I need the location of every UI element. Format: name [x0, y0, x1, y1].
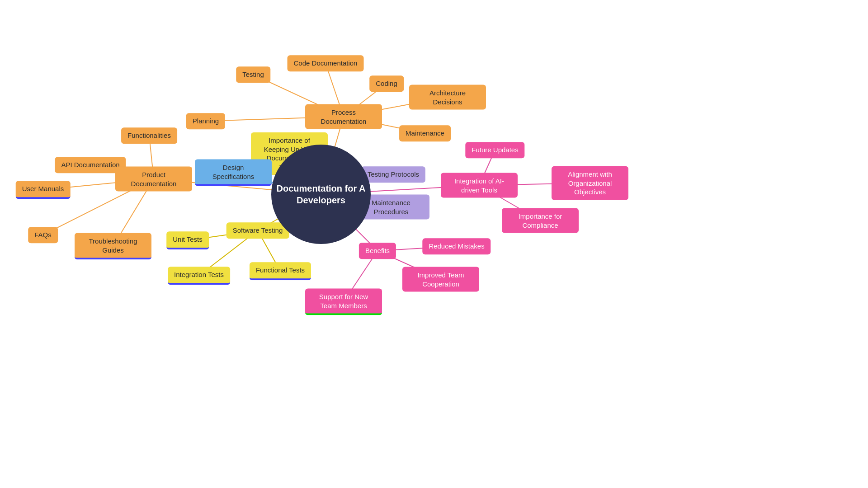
- node-faqs[interactable]: FAQs: [28, 227, 58, 243]
- node-alignment-org[interactable]: Alignment with Organizational Objectives: [552, 166, 628, 200]
- node-software-testing[interactable]: Software Testing: [226, 222, 289, 239]
- node-unit-tests[interactable]: Unit Tests: [166, 231, 209, 249]
- node-design-spec[interactable]: Design Specifications: [195, 160, 272, 186]
- node-functional-tests[interactable]: Functional Tests: [250, 262, 311, 280]
- node-product-doc[interactable]: Product Documentation: [115, 167, 192, 192]
- node-importance-compliance[interactable]: Importance for Compliance: [502, 208, 579, 233]
- node-testing[interactable]: Testing: [236, 66, 270, 83]
- node-functionalities[interactable]: Functionalities: [121, 127, 177, 144]
- node-improved-team[interactable]: Improved Team Cooperation: [402, 267, 479, 292]
- node-future-updates[interactable]: Future Updates: [465, 142, 524, 158]
- node-testing-protocols[interactable]: Testing Protocols: [361, 166, 425, 183]
- node-integration-ai[interactable]: Integration of AI-driven Tools: [441, 173, 518, 198]
- center-node[interactable]: Documentation for A Developers: [271, 145, 371, 244]
- node-integration-tests[interactable]: Integration Tests: [168, 267, 230, 285]
- node-user-manuals[interactable]: User Manuals: [16, 181, 71, 199]
- node-arch-dec[interactable]: Architecture Decisions: [409, 85, 486, 110]
- node-code-doc[interactable]: Code Documentation: [288, 55, 364, 71]
- node-support-new[interactable]: Support for New Team Members: [305, 289, 382, 315]
- node-process-doc[interactable]: Process Documentation: [305, 104, 382, 129]
- node-planning[interactable]: Planning: [186, 113, 225, 129]
- node-coding[interactable]: Coding: [369, 75, 404, 92]
- node-reduced-mistakes[interactable]: Reduced Mistakes: [422, 238, 491, 254]
- node-maintenance[interactable]: Maintenance: [399, 125, 451, 141]
- node-benefits[interactable]: Benefits: [359, 243, 396, 259]
- node-troubleshooting[interactable]: Troubleshooting Guides: [75, 233, 151, 260]
